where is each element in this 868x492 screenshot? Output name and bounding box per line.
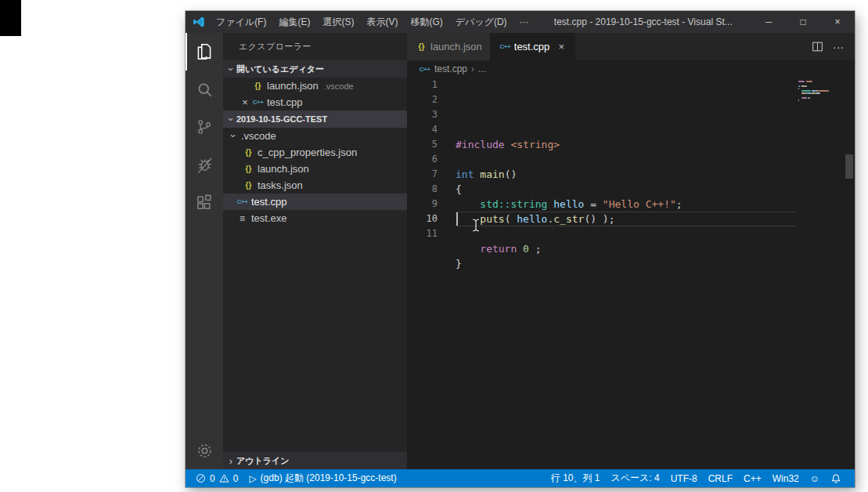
minimap-line (798, 81, 805, 82)
menu-more[interactable]: ··· (513, 11, 535, 33)
menu-debug[interactable]: デバッグ(D) (449, 11, 513, 33)
exe-file-icon: ≡ (236, 213, 249, 224)
maximize-button[interactable]: □ (786, 11, 820, 33)
code-line[interactable]: } (456, 256, 795, 271)
tree-item-label: launch.json (258, 163, 309, 175)
close-icon[interactable]: × (556, 41, 567, 52)
menu-file[interactable]: ファイル(F) (210, 11, 272, 33)
tab-label: launch.json (430, 41, 482, 52)
menu-view[interactable]: 表示(V) (360, 11, 404, 33)
tree-item-label: c_cpp_properties.json (258, 147, 357, 158)
tree-item[interactable]: ≡test.exe (223, 210, 407, 226)
tree-item[interactable]: {}tasks.json (223, 177, 407, 194)
line-number: 4 (407, 122, 456, 137)
code-line[interactable]: return 0 ; (456, 241, 795, 256)
close-button[interactable]: × (820, 11, 855, 33)
token-plain: ; (529, 243, 542, 255)
activity-bar-spacer (185, 221, 223, 432)
json-file-icon: {} (415, 42, 428, 51)
activity-debug-button[interactable] (185, 146, 223, 183)
error-icon (196, 473, 206, 483)
code-line[interactable] (456, 286, 795, 301)
minimap-line (806, 81, 812, 82)
minimap[interactable] (795, 78, 844, 469)
menu-edit[interactable]: 編集(E) (272, 11, 316, 33)
feedback-smiley-icon[interactable]: ☺ (805, 473, 825, 484)
tree-item[interactable]: ›.vscode (223, 128, 407, 144)
tab-test.cpp[interactable]: C++test.cpp× (491, 33, 576, 60)
main-area: エクスプローラー › 開いているエディター {}launch.json.vsco… (185, 33, 855, 469)
status-eol[interactable]: CRLF (703, 473, 738, 484)
code-line[interactable]: #include <string> (456, 137, 795, 152)
activity-search-button[interactable] (185, 71, 223, 108)
status-platform[interactable]: Win32 (767, 473, 805, 484)
search-icon (195, 80, 214, 99)
folder-section-header[interactable]: › 2019-10-15-GCC-TEST (223, 110, 407, 128)
open-editor-item[interactable]: {}launch.json.vscode (223, 78, 407, 94)
code-lines[interactable]: #include <string>int main(){ std::string… (456, 78, 795, 469)
code-line[interactable] (456, 226, 795, 241)
token-variable: hello (553, 198, 584, 210)
line-number: 2 (407, 92, 456, 107)
token-plain: () (505, 168, 517, 180)
breadcrumb-file[interactable]: test.cpp (434, 63, 467, 74)
sidebar-spacer (223, 226, 407, 452)
minimize-button[interactable]: ─ (751, 11, 786, 33)
tree-item[interactable]: {}launch.json (223, 161, 407, 177)
open-editors-header[interactable]: › 開いているエディター (223, 60, 407, 78)
token-function: main (480, 168, 504, 180)
open-editor-label: launch.json (267, 80, 319, 92)
outline-label: アウトライン (236, 455, 290, 467)
activity-extensions-button[interactable] (185, 183, 223, 221)
activity-source-control-button[interactable] (185, 108, 223, 146)
code-line[interactable]: int main() (456, 167, 795, 182)
vertical-scrollbar[interactable] (844, 78, 855, 469)
title-bar: ファイル(F)編集(E)選択(S)表示(V)移動(G)デバッグ(D)··· te… (185, 11, 855, 33)
minimap-line (798, 88, 799, 89)
breadcrumb-symbol[interactable]: ... (478, 63, 486, 74)
status-encoding[interactable]: UTF-8 (665, 473, 703, 484)
menu-selection[interactable]: 選択(S) (316, 11, 360, 33)
status-problems[interactable]: 00 (190, 473, 243, 484)
menu-bar: ファイル(F)編集(E)選択(S)表示(V)移動(G)デバッグ(D)··· (210, 11, 535, 33)
status-cursor-position[interactable]: 行 10、列 1 (546, 472, 606, 485)
warning-count: 0 (233, 473, 239, 484)
close-icon[interactable]: × (239, 96, 251, 108)
debug-launch-label: (gdb) 起動 (2019-10-15-gcc-test) (261, 472, 397, 485)
editor-area: {}launch.jsonC++test.cpp× ··· C++ test.c… (407, 33, 855, 469)
menu-go[interactable]: 移動(G) (404, 11, 448, 33)
outline-header[interactable]: › アウトライン (223, 452, 407, 469)
code-line[interactable] (456, 152, 795, 167)
tab-launch.json[interactable]: {}launch.json (407, 33, 491, 60)
token-plain: { (456, 183, 462, 195)
split-editor-icon[interactable] (812, 41, 823, 52)
chevron-down-icon: › (225, 114, 237, 125)
more-actions-icon[interactable]: ··· (833, 41, 844, 53)
token-directive: #include (456, 139, 505, 150)
activity-settings-button[interactable] (185, 432, 223, 469)
token-keyword: int (456, 168, 474, 180)
status-bar: 00▷(gdb) 起動 (2019-10-15-gcc-test) 行 10、列… (185, 469, 855, 487)
tree-item-label: test.cpp (251, 196, 287, 208)
mouse-cursor-ibeam (470, 218, 481, 233)
breadcrumb[interactable]: C++ test.cpp › ... (407, 60, 855, 78)
status-indentation[interactable]: スペース: 4 (606, 472, 665, 485)
explorer-icon (194, 42, 214, 62)
line-number: 6 (407, 152, 456, 167)
chevron-down-icon: › (225, 63, 237, 74)
code-line[interactable]: { (456, 182, 795, 197)
scrollbar-thumb[interactable] (845, 154, 853, 179)
code-line[interactable] (456, 271, 795, 286)
token-string: "Hello C++!" (603, 198, 676, 210)
activity-explorer-button[interactable] (185, 33, 223, 71)
notifications-bell-icon[interactable] (825, 473, 847, 484)
tree-item[interactable]: C++test.cpp (223, 194, 407, 210)
cpp-file-icon: C++ (418, 66, 431, 73)
tree-item[interactable]: {}c_cpp_properties.json (223, 144, 407, 161)
status-language-mode[interactable]: C++ (738, 473, 767, 484)
breadcrumb-separator: › (471, 63, 474, 74)
code-line[interactable]: std::string hello = "Hello C++!"; (456, 197, 795, 212)
open-editor-item[interactable]: ×C++test.cpp (223, 94, 407, 110)
code-editor[interactable]: 1234567891011 #include <string>int main(… (407, 78, 855, 469)
status-debug-launch[interactable]: ▷(gdb) 起動 (2019-10-15-gcc-test) (243, 472, 402, 485)
